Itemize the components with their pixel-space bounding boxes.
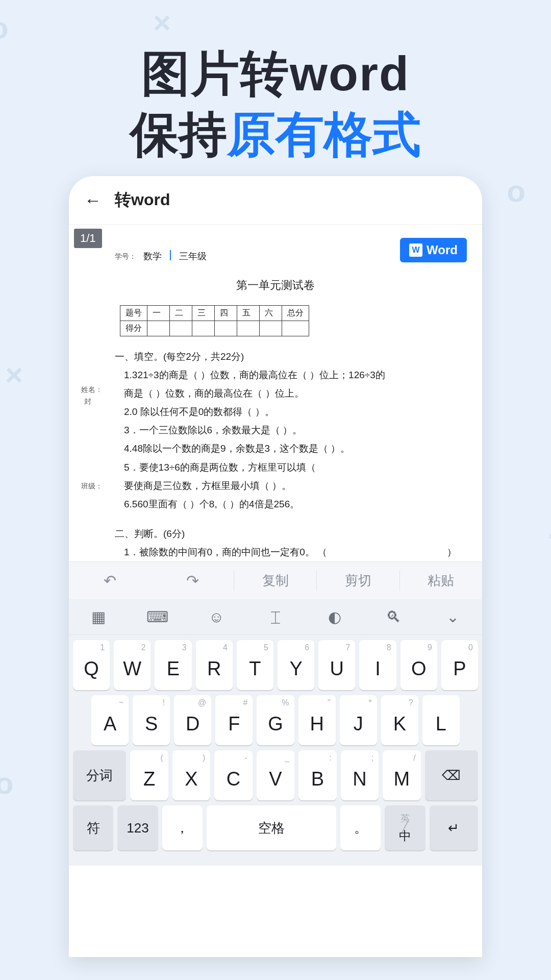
doc-title[interactable]: 第一单元测试卷 xyxy=(79,278,472,293)
key-r[interactable]: 4R xyxy=(196,640,233,690)
key-backspace[interactable]: ⌫ xyxy=(425,750,478,800)
list-item[interactable]: 6.560里面有（ ）个8,（ ）的4倍是256。 xyxy=(124,495,472,513)
back-button[interactable]: ← xyxy=(84,190,110,210)
key-u[interactable]: 7U xyxy=(318,640,355,690)
list-item[interactable]: 1．被除数的中间有0，商的中间也一定有0。 （ ） xyxy=(124,543,472,561)
page-count-badge: 1/1 xyxy=(74,229,102,248)
keyboard-row-4: 符 123 ， 空格 。 英 ╱ 中 ↵ xyxy=(73,805,478,850)
copy-button[interactable]: 复制 xyxy=(234,572,316,590)
headline-line1: 图片转word xyxy=(0,43,551,104)
label-class: 班级： xyxy=(81,482,103,491)
key-l[interactable]: L xyxy=(422,695,460,745)
key-c[interactable]: -C xyxy=(214,750,252,800)
doc-grade[interactable]: 三年级 xyxy=(179,250,207,262)
list-item[interactable]: 3．一个三位数除以6，余数最大是（ ）。 xyxy=(124,421,472,439)
keyboard-row-1: 1Q 2W 3E 4R 5T 6Y 7U 8I 9O 0P xyxy=(73,640,478,690)
key-w[interactable]: 2W xyxy=(114,640,151,690)
section-1[interactable]: 一、填空。(每空2分，共22分) 1.321÷3的商是（ ）位数，商的最高位在（… xyxy=(115,348,472,513)
section-2[interactable]: 二、判断。(6分) 1．被除数的中间有0，商的中间也一定有0。 （ ） 2．在有… xyxy=(115,525,472,561)
list-item[interactable]: 1.321÷3的商是（ ）位数，商的最高位在（ ）位上；126÷3的 xyxy=(124,366,472,384)
list-item[interactable]: 要使商是三位数，方框里最小填（ ）。 xyxy=(124,477,472,495)
key-language[interactable]: 英 ╱ 中 xyxy=(385,805,425,850)
key-v[interactable]: _V xyxy=(257,750,294,800)
kb-search-icon[interactable]: 🔍︎ xyxy=(364,608,423,626)
key-space[interactable]: 空格 xyxy=(207,805,336,850)
th[interactable]: 三 xyxy=(192,306,215,321)
redo-button[interactable]: ↷ xyxy=(151,572,233,590)
headline-line2b: 原有格式 xyxy=(227,107,421,161)
document-area[interactable]: 1/1 W Word 学号： 数学三年级 第一单元测试卷 题号 一 二 三 四 … xyxy=(69,225,482,561)
key-b[interactable]: :B xyxy=(298,750,336,800)
key-o[interactable]: 9O xyxy=(400,640,437,690)
kb-cursor-icon[interactable]: ⌶ xyxy=(246,608,305,626)
score-table[interactable]: 题号 一 二 三 四 五 六 总分 得分 xyxy=(120,305,309,336)
list-item[interactable]: 商是（ ）位数，商的最高位在（ ）位上。 xyxy=(124,384,472,403)
td[interactable]: 得分 xyxy=(120,321,147,336)
key-f[interactable]: #F xyxy=(215,695,253,745)
key-k[interactable]: ?K xyxy=(381,695,418,745)
undo-button[interactable]: ↶ xyxy=(69,572,151,590)
key-a[interactable]: ~A xyxy=(91,695,129,745)
key-m[interactable]: /M xyxy=(383,750,420,800)
key-period[interactable]: 。 xyxy=(340,805,381,850)
cut-button[interactable]: 剪切 xyxy=(317,572,399,590)
key-t[interactable]: 5T xyxy=(237,640,273,690)
key-enter[interactable]: ↵ xyxy=(430,805,478,850)
key-s[interactable]: !S xyxy=(133,695,170,745)
key-segment[interactable]: 分词 xyxy=(73,750,126,800)
kb-collapse-icon[interactable]: ⌄ xyxy=(423,608,482,626)
list-item[interactable]: 4.48除以一个数的商是9，余数是3，这个数是（ ）。 xyxy=(124,439,472,458)
key-symbols[interactable]: 符 xyxy=(73,805,113,850)
keyboard-toolbar: ▦ ⌨ ☺ ⌶ ◐ 🔍︎ ⌄ xyxy=(69,599,482,635)
promo-headline: 图片转word 保持原有格式 xyxy=(0,0,551,165)
key-numeric[interactable]: 123 xyxy=(117,805,158,850)
key-g[interactable]: %G xyxy=(257,695,294,745)
soft-keyboard: ▦ ⌨ ☺ ⌶ ◐ 🔍︎ ⌄ 1Q 2W 3E 4R 5T 6Y 7U 8I 9… xyxy=(69,599,482,866)
th[interactable]: 一 xyxy=(147,306,170,321)
key-i[interactable]: 8I xyxy=(359,640,396,690)
label-feng: 封 xyxy=(84,397,91,406)
paste-button[interactable]: 粘贴 xyxy=(400,572,482,590)
th[interactable]: 题号 xyxy=(120,306,147,321)
key-y[interactable]: 6Y xyxy=(278,640,314,690)
doc-subject[interactable]: 数学 xyxy=(143,250,162,262)
key-q[interactable]: 1Q xyxy=(73,640,110,690)
key-e[interactable]: 3E xyxy=(155,640,191,690)
section-heading[interactable]: 一、填空。(每空2分，共22分) xyxy=(115,348,472,366)
phone-frame: ← 转word 1/1 W Word 学号： 数学三年级 第一单元测试卷 题号 … xyxy=(69,176,482,957)
key-j[interactable]: *J xyxy=(340,695,377,745)
th[interactable]: 五 xyxy=(237,306,260,321)
key-x[interactable]: )X xyxy=(172,750,210,800)
key-d[interactable]: @D xyxy=(174,695,211,745)
page-title: 转word xyxy=(115,189,170,211)
th[interactable]: 六 xyxy=(260,306,282,321)
th[interactable]: 总分 xyxy=(282,306,309,321)
section-heading[interactable]: 二、判断。(6分) xyxy=(115,525,472,543)
list-item[interactable]: 2.0 除以任何不是0的数都得（ ）。 xyxy=(124,403,472,421)
th[interactable]: 二 xyxy=(170,306,192,321)
kb-emoji-icon[interactable]: ☺ xyxy=(187,608,246,626)
kb-layout-icon[interactable]: ⌨ xyxy=(128,608,187,626)
text-cursor xyxy=(170,250,171,260)
key-n[interactable]: ;N xyxy=(341,750,379,800)
key-comma[interactable]: ， xyxy=(162,805,203,850)
app-bar: ← 转word xyxy=(69,176,482,225)
keyboard-row-2: ~A !S @D #F %G "H *J ?K L xyxy=(73,695,478,745)
key-p[interactable]: 0P xyxy=(441,640,478,690)
edit-toolbar: ↶ ↷ 复制 剪切 粘贴 xyxy=(69,561,482,599)
label-name: 姓名： xyxy=(81,385,103,395)
headline-line2a: 保持 xyxy=(130,107,227,161)
enter-icon: ↵ xyxy=(448,820,459,836)
key-z[interactable]: (Z xyxy=(130,750,168,800)
list-item[interactable]: 5．要使13÷6的商是两位数，方框里可以填（ xyxy=(124,458,472,477)
close-paren: ） xyxy=(447,543,457,561)
keyboard-row-3: 分词 (Z )X -C _V :B ;N /M ⌫ xyxy=(73,750,478,800)
document-content[interactable]: 学号： 数学三年级 第一单元测试卷 题号 一 二 三 四 五 六 总分 得分 xyxy=(79,250,472,561)
kb-apps-icon[interactable]: ▦ xyxy=(69,608,128,626)
label-student-id: 学号： xyxy=(115,252,136,262)
th[interactable]: 四 xyxy=(215,306,237,321)
key-h[interactable]: "H xyxy=(298,695,336,745)
kb-voice-icon[interactable]: ◐ xyxy=(305,608,364,626)
backspace-icon: ⌫ xyxy=(442,768,461,783)
